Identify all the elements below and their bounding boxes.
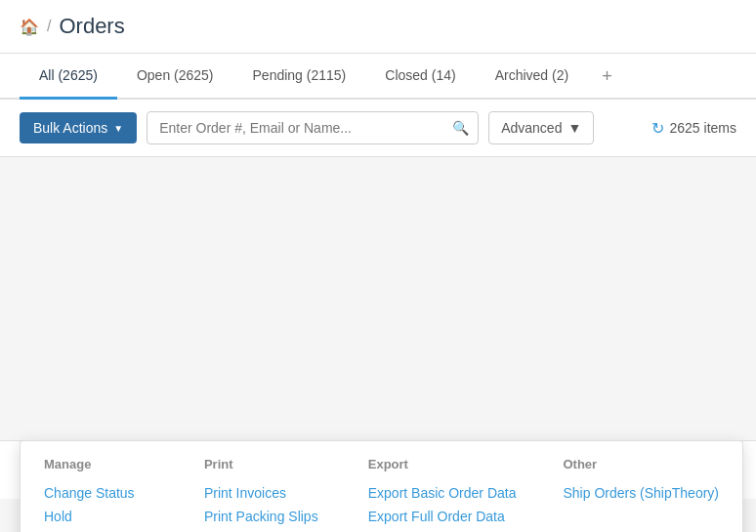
print-credit-memos-item[interactable]: Print Credit Memos xyxy=(204,528,321,532)
export-col-header: Export xyxy=(368,457,517,471)
export-basic-item[interactable]: Export Basic Order Data xyxy=(368,481,517,505)
export-full-item[interactable]: Export Full Order Data xyxy=(368,505,517,528)
top-bar: 🏠 / Orders xyxy=(0,0,756,54)
advanced-label: Advanced xyxy=(501,120,562,136)
dropdown-col-print: Print Print Invoices Print Packing Slips… xyxy=(181,457,345,532)
print-packing-slips-item[interactable]: Print Packing Slips xyxy=(204,505,321,528)
export-grid-item[interactable]: Export Grid xyxy=(368,528,517,532)
tabs-bar: All (2625) Open (2625) Pending (2115) Cl… xyxy=(0,54,756,100)
search-container: 🔍 xyxy=(147,111,479,144)
dropdown-col-manage: Manage Change Status Hold Unhold Cancel … xyxy=(21,457,181,532)
breadcrumb-separator: / xyxy=(47,18,51,35)
ship-orders-item[interactable]: Ship Orders (ShipTheory) xyxy=(563,481,719,505)
items-count: ↻ 2625 items xyxy=(651,119,736,138)
tab-archived[interactable]: Archived (2) xyxy=(476,54,588,100)
bulk-actions-button[interactable]: Bulk Actions ▼ xyxy=(20,112,137,143)
advanced-button[interactable]: Advanced ▼ xyxy=(488,111,594,144)
dropdown-col-export: Export Export Basic Order Data Export Fu… xyxy=(345,457,540,532)
items-count-text: 2625 items xyxy=(670,120,736,136)
tab-all[interactable]: All (2625) xyxy=(20,54,117,100)
advanced-caret-icon: ▼ xyxy=(567,120,581,136)
page-title: Orders xyxy=(59,14,124,39)
print-col-header: Print xyxy=(204,457,321,471)
manage-col-header: Manage xyxy=(44,457,157,471)
search-input[interactable] xyxy=(147,111,479,144)
tab-closed[interactable]: Closed (14) xyxy=(365,54,475,100)
tab-open[interactable]: Open (2625) xyxy=(117,54,233,100)
bulk-actions-dropdown: Manage Change Status Hold Unhold Cancel … xyxy=(20,440,743,532)
print-invoices-item[interactable]: Print Invoices xyxy=(204,481,321,505)
hold-item[interactable]: Hold xyxy=(44,505,157,528)
tab-pending[interactable]: Pending (2115) xyxy=(233,54,366,100)
main-content: Manage Change Status Hold Unhold Cancel … xyxy=(0,440,756,532)
change-status-item[interactable]: Change Status xyxy=(44,481,157,505)
toolbar: Bulk Actions ▼ 🔍 Advanced ▼ ↻ 2625 items xyxy=(0,100,756,157)
refresh-icon[interactable]: ↻ xyxy=(651,119,664,138)
home-icon[interactable]: 🏠 xyxy=(20,18,39,36)
dropdown-col-other: Other Ship Orders (ShipTheory) xyxy=(539,457,742,532)
add-tab-button[interactable]: + xyxy=(588,57,626,100)
bulk-actions-caret-icon: ▼ xyxy=(113,123,123,134)
bulk-actions-label: Bulk Actions xyxy=(33,120,107,136)
unhold-item[interactable]: Unhold xyxy=(44,528,157,532)
search-icon: 🔍 xyxy=(452,120,469,136)
other-col-header: Other xyxy=(563,457,719,471)
